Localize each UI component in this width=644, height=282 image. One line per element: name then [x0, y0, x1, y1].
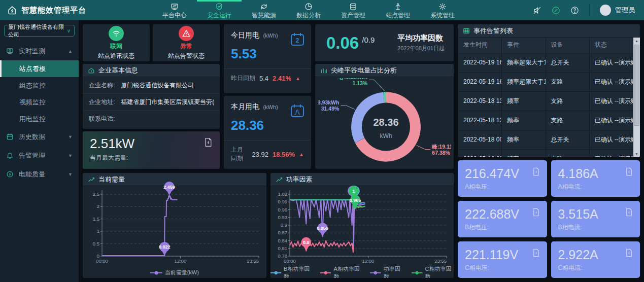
meter-card[interactable]: 3.515AB相电流:: [551, 201, 640, 237]
sidebar-group-1[interactable]: 实时监测▲: [0, 42, 79, 60]
svg-text:0.81: 0.81: [278, 245, 287, 251]
alarm-table-title: 事件告警列表: [473, 26, 513, 36]
alarm-status-card[interactable]: 异常 站点告警状态: [153, 24, 220, 61]
legend-marker-icon: [270, 271, 282, 275]
table-cell: 已确认 --演示账号: [589, 53, 633, 72]
table-cell: 频率超限大于1Hz: [502, 72, 546, 91]
nav-item-4[interactable]: 数据分析: [286, 0, 331, 20]
nav-item-6[interactable]: 站点管理: [376, 0, 420, 20]
sidebar-group-2[interactable]: 历史数据▼: [0, 127, 79, 146]
max-demand-label: 当月最大需量:: [90, 154, 213, 162]
today-percent: 2.41%: [273, 75, 291, 82]
company-info-panel: 企业基本信息 企业名称:厦门锐谷通信设备有限公司企业地址:福建省厦门市集美区后溪…: [83, 64, 220, 129]
svg-text:2: 2: [296, 37, 299, 44]
scroll-down-icon[interactable]: ▼: [633, 151, 640, 157]
company-info-row: 企业地址:福建省厦门市集美区后溪镇麦当劳(软件园三...: [83, 94, 220, 111]
meter-value: 221.119V: [465, 248, 540, 262]
svg-text:八: 八: [294, 109, 301, 115]
svg-text:0.93: 0.93: [278, 215, 287, 220]
table-cell: 总开关: [546, 130, 589, 149]
connection-status-icon[interactable]: [552, 6, 560, 15]
svg-text:峰:19.11kWh: 峰:19.11kWh: [432, 144, 451, 150]
table-scrollbar[interactable]: ▲ ▼: [633, 38, 640, 157]
user-menu[interactable]: 管理员: [600, 5, 635, 16]
sidebar-item-1-3[interactable]: 视频监控: [0, 94, 79, 111]
sidebar: 厦门锐谷通信设备有限公司 ∨ 实时监测▲站点看板组态监控视频监控用电监控历史数据…: [0, 20, 79, 282]
sidebar-group-label: 实时监测: [19, 47, 45, 56]
dashboard-app: 智慧能效管理平台 平台中心安全运行智慧能源数据分析资产管理站点管理系统管理: [0, 0, 644, 282]
report-icon: [532, 249, 540, 257]
nav-item-2[interactable]: 安全运行: [197, 0, 242, 20]
max-demand-card[interactable]: 2.51kW 当月最大需量:: [83, 131, 220, 169]
nav-item-label: 智慧能源: [252, 11, 276, 20]
sidebar-item-1-2[interactable]: 组态监控: [0, 77, 79, 94]
meter-card[interactable]: 4.186AA相电流:: [551, 160, 640, 197]
company-select[interactable]: 厦门锐谷通信设备有限公司 ∨: [4, 25, 75, 37]
safety-icon: [215, 3, 223, 11]
svg-text:2.5: 2.5: [93, 191, 99, 197]
table-row[interactable]: 2022-05-19 16:2...频率超限大于1Hz总开关已确认 --演示账号: [458, 53, 633, 72]
pf-value: 0.06: [326, 34, 359, 51]
nav-item-3[interactable]: 智慧能源: [242, 0, 286, 20]
sidebar-group-3[interactable]: 告警管理▼: [0, 146, 79, 165]
nav-item-1[interactable]: 平台中心: [152, 0, 197, 20]
svg-text:kWh: kWh: [380, 132, 392, 139]
svg-text:12:00: 12:00: [175, 258, 187, 264]
sidebar-menu: 实时监测▲站点看板组态监控视频监控用电监控历史数据▼告警管理▼电能质量▼: [0, 42, 79, 184]
comm-status-card[interactable]: 联网 站点通讯状态: [83, 24, 150, 61]
energy-icon: [260, 3, 268, 11]
scroll-up-icon[interactable]: ▲: [633, 38, 640, 44]
nav-item-5[interactable]: 资产管理: [331, 0, 376, 20]
table-cell: 2022-05-18 13:4...: [458, 91, 502, 111]
top-navbar: 智慧能效管理平台 平台中心安全运行智慧能源数据分析资产管理站点管理系统管理: [0, 0, 644, 20]
today-unit: (kWh): [263, 32, 278, 39]
site-icon: [394, 3, 402, 11]
table-row[interactable]: 2022-05-18 13:4...频率支路已确认 --演示账号: [458, 91, 633, 111]
sidebar-group-4[interactable]: 电能质量▼: [0, 165, 79, 184]
pf-chart-header: 功率因素: [270, 173, 454, 186]
peak-valley-panel: 尖峰平谷电量占比分析 峰:19.11kWh67.38%平:8.93kWh31.4…: [315, 64, 454, 169]
table-cell: 支路: [546, 149, 589, 157]
comm-state: 联网: [110, 42, 122, 51]
table-row[interactable]: 2022-05-18 00:1...频率支路已确认 --演示账号: [458, 149, 633, 157]
table-row[interactable]: 2022-05-18 00:5...频率总开关已确认 --演示账号: [458, 130, 633, 149]
sidebar-item-1-1[interactable]: 站点看板: [0, 60, 79, 77]
alert-icon: [6, 152, 14, 159]
meter-card[interactable]: 2.922AC相电流:: [551, 241, 640, 278]
peak-valley-title: 尖峰平谷电量占比分析: [331, 66, 397, 75]
svg-text:67.38%: 67.38%: [432, 150, 450, 156]
meter-card[interactable]: 222.688VB相电压:: [458, 201, 547, 237]
sidebar-group-label: 历史数据: [19, 132, 45, 142]
avatar: [600, 5, 611, 16]
table-row[interactable]: 2022-05-18 13:1...频率支路已确认 --演示账号: [458, 111, 633, 130]
calendar-day-icon: 2: [290, 31, 305, 47]
company-info-header: 企业基本信息: [83, 64, 220, 77]
up-arrow-icon: ▲: [295, 76, 300, 81]
sidebar-item-1-4[interactable]: 用电监控: [0, 111, 79, 127]
svg-text:00:00: 00:00: [96, 258, 108, 264]
meter-card[interactable]: 221.119VC相电压:: [458, 241, 547, 278]
meter-card[interactable]: 216.474VA相电压:: [458, 160, 547, 197]
svg-text:00:00: 00:00: [284, 258, 296, 264]
svg-text:23:55: 23:55: [247, 258, 259, 264]
month-unit: (kWh): [263, 104, 278, 110]
alarm-state: 异常: [180, 42, 192, 51]
meter-value: 222.688V: [465, 207, 540, 222]
mute-icon[interactable]: [533, 6, 541, 15]
svg-text:0.5: 0.5: [93, 241, 99, 246]
alarm-table: 发生时间事件设备状态 2022-05-19 16:2...频率超限大于1Hz总开…: [458, 38, 633, 157]
help-icon[interactable]: [570, 6, 579, 15]
nav-item-7[interactable]: 系统管理: [420, 0, 465, 20]
legend-item[interactable]: 当前需量(kW): [150, 269, 199, 276]
info-label: 联系电话:: [89, 115, 115, 123]
table-cell: 2022-05-18 00:1...: [458, 149, 502, 157]
report-icon[interactable]: [204, 137, 213, 147]
table-icon: [463, 27, 470, 34]
table-column-header: 发生时间: [458, 38, 502, 53]
table-column-header: 事件: [502, 38, 546, 53]
scrollbar-thumb[interactable]: [634, 45, 639, 126]
info-value: 厦门锐谷通信设备有限公司: [121, 81, 194, 90]
meter-label: B相电流:: [558, 223, 633, 232]
table-row[interactable]: 2022-05-19 16:2...频率超限大于1Hz支路已确认 --演示账号: [458, 72, 633, 91]
company-info-row: 企业名称:厦门锐谷通信设备有限公司: [83, 77, 220, 94]
